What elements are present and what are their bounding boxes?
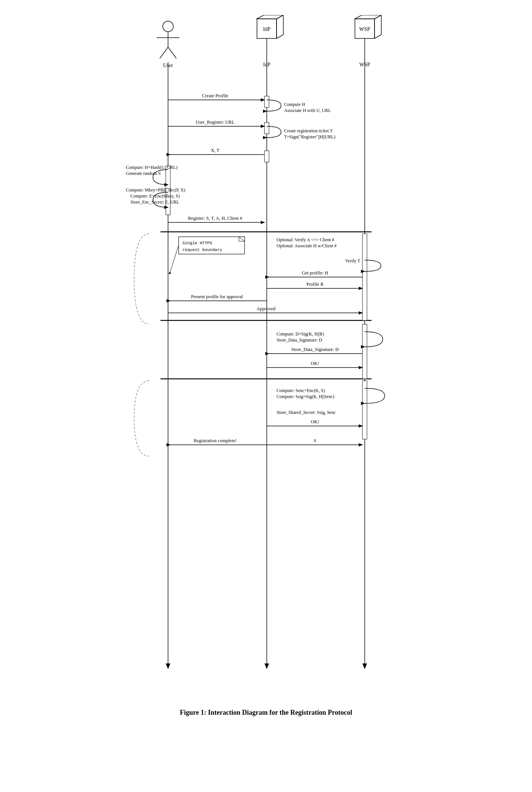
note-compute-hash: Compute: H=Hash(U, URL) — [126, 165, 177, 170]
note-compute-ssig: Compute: Ssig=Sig(K, H||Senc) — [277, 394, 334, 399]
msg-create-profile: Create Profile — [202, 93, 228, 98]
svg-point-0 — [163, 21, 173, 32]
figure-caption: Figure 1: Interaction Diagram for the Re… — [96, 709, 436, 717]
svg-rect-26 — [362, 324, 367, 379]
svg-marker-16 — [362, 663, 367, 669]
svg-rect-19 — [264, 151, 269, 162]
note-associate-h: Associate H with U, URL — [284, 108, 331, 113]
svg-rect-27 — [362, 381, 367, 439]
msg-register: Register: S, T, A, H, Client # — [188, 216, 243, 221]
msg-xt: X, T — [211, 148, 220, 153]
note-enc: Compute: E=Enc(Mkey, S) — [130, 193, 180, 199]
note-store-data-sig: Store_Data_Signature: D — [277, 337, 322, 343]
svg-marker-7 — [277, 15, 283, 38]
note-t-sign: T=Sign("Register"||H||URL) — [284, 134, 335, 139]
note-gen-s: Generate random S — [126, 171, 161, 176]
note-compute-h: Compute H — [284, 102, 305, 107]
wsp-label: WSP — [359, 26, 370, 32]
note-compute-d: Compute: D=Sig(K, H||R) — [277, 331, 324, 337]
svg-marker-10 — [375, 15, 381, 38]
msg-s: S — [314, 438, 316, 443]
diagram-container: User IdP IdP WSP WSP — [119, 15, 413, 701]
note-compute-senc: Compute: Senc=Enc(K, S) — [277, 388, 325, 393]
msg-reg-complete: Registration complete! — [194, 438, 237, 443]
svg-rect-18 — [264, 123, 269, 134]
svg-rect-25 — [362, 234, 367, 320]
svg-line-39 — [170, 245, 179, 271]
msg-present-profile: Present profile for approval — [191, 294, 243, 299]
note-store-shared: Store_Shared_Secret: Ssig, Senc — [277, 410, 336, 415]
msg-profile-r: Profile R — [306, 282, 324, 287]
note-store-enc: Store_Enc_Secret: E, URL — [130, 199, 179, 205]
msg-get-profile: Get profile: H — [302, 270, 328, 276]
note-verify-t: Verify T — [345, 258, 361, 263]
svg-rect-17 — [264, 96, 269, 107]
msg-approved: Approved — [257, 306, 276, 311]
page: User IdP IdP WSP WSP — [96, 15, 436, 717]
msg-user-register: User_Register: URL — [196, 119, 234, 125]
note-mkey: Compute: Mkey=PBE_dec(P, X) — [126, 187, 185, 193]
svg-marker-12 — [166, 663, 170, 669]
msg-ok1: OK! — [311, 361, 319, 366]
sequence-diagram: User IdP IdP WSP WSP — [119, 15, 413, 701]
idp-label: IdP — [263, 26, 271, 32]
svg-marker-14 — [264, 663, 269, 669]
note-assoc-h: Optional: Associate H w/Client # — [277, 243, 336, 248]
note-verify-a: Optional: Verify A <=> Client # — [277, 237, 334, 242]
svg-line-4 — [168, 47, 176, 58]
figure-label: Figure 1: — [180, 709, 206, 716]
msg-store-data-sig: Store_Data_Signature: D — [291, 347, 339, 352]
msg-ok2: OK! — [311, 419, 319, 424]
note-single-https-2: request boundary — [182, 248, 222, 252]
note-single-https-1: Single HTTPS — [182, 241, 212, 245]
svg-line-3 — [160, 47, 168, 58]
note-create-ticket: Create registration ticket T — [284, 128, 333, 133]
figure-text: Interaction Diagram for the Registration… — [208, 709, 352, 716]
